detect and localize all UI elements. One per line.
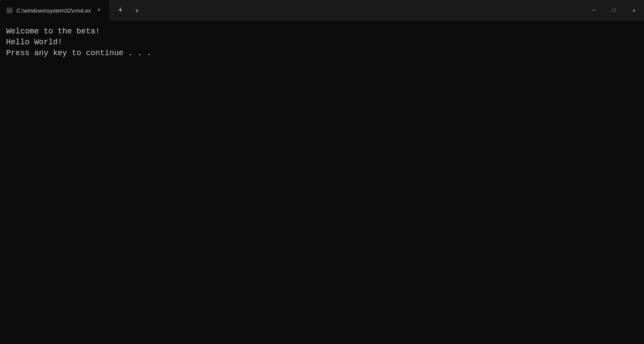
titlebar-actions: + ∨ — [109, 3, 145, 18]
tab-title: C:\windows\system32\cmd.ex — [17, 7, 91, 14]
terminal-line-2: Hello World! — [6, 37, 638, 48]
close-button[interactable]: ✕ — [624, 0, 644, 21]
terminal-window: C:\ C:\windows\system32\cmd.ex × + ∨ — □… — [0, 0, 644, 344]
active-tab[interactable]: C:\ C:\windows\system32\cmd.ex × — [0, 0, 109, 21]
tab-close-button[interactable]: × — [94, 6, 103, 15]
cmd-icon: C:\ — [6, 7, 13, 14]
terminal-line-3: Press any key to continue . . . — [6, 48, 638, 59]
titlebar: C:\ C:\windows\system32\cmd.ex × + ∨ — □… — [0, 0, 644, 21]
svg-text:C:\: C:\ — [7, 9, 13, 13]
maximize-button[interactable]: □ — [604, 0, 624, 21]
terminal-line-1: Welcome to the beta! — [6, 26, 638, 37]
window-controls: — □ ✕ — [584, 0, 644, 21]
new-tab-button[interactable]: + — [113, 3, 128, 18]
terminal-content[interactable]: Welcome to the beta! Hello World! Press … — [0, 21, 644, 344]
dropdown-button[interactable]: ∨ — [129, 3, 145, 18]
minimize-button[interactable]: — — [584, 0, 604, 21]
